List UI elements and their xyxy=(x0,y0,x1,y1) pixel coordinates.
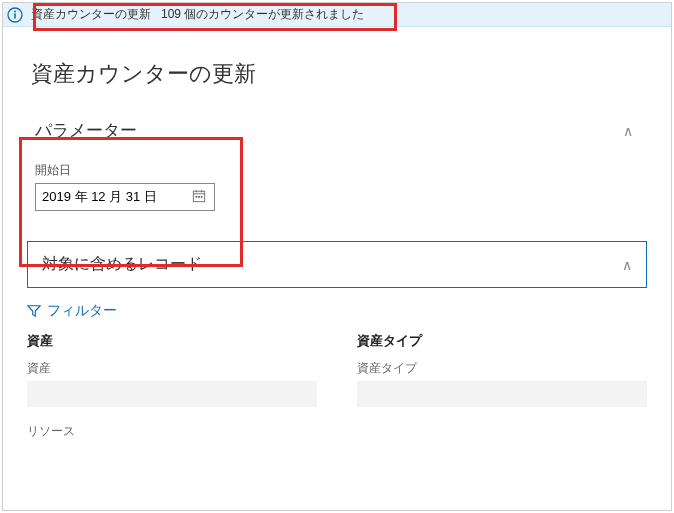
parameters-section: パラメーター ∧ 開始日 xyxy=(19,109,655,225)
notification-title: 資産カウンターの更新 xyxy=(31,6,151,23)
start-date-input[interactable] xyxy=(35,183,215,211)
svg-rect-2 xyxy=(14,13,16,18)
asset-input[interactable] xyxy=(27,381,317,407)
start-date-label: 開始日 xyxy=(35,162,641,179)
asset-column-header: 資産 xyxy=(27,332,317,350)
svg-rect-8 xyxy=(198,196,200,198)
asset-type-input[interactable] xyxy=(357,381,647,407)
svg-rect-7 xyxy=(196,196,198,198)
asset-type-column-header: 資産タイプ xyxy=(357,332,647,350)
calendar-icon[interactable] xyxy=(192,189,208,205)
asset-type-field-label: 資産タイプ xyxy=(357,360,647,377)
notification-bar: 資産カウンターの更新 109 個のカウンターが更新されました xyxy=(3,3,671,27)
filter-link[interactable]: フィルター xyxy=(27,302,671,320)
svg-rect-9 xyxy=(201,196,203,198)
chevron-up-icon[interactable]: ∧ xyxy=(622,257,632,273)
filter-icon xyxy=(27,304,41,318)
start-date-field[interactable] xyxy=(42,190,192,205)
filter-label: フィルター xyxy=(47,302,117,320)
records-section[interactable]: 対象に含めるレコード ∧ xyxy=(27,241,647,288)
columns-grid: 資産 資産 リソース 資産タイプ 資産タイプ xyxy=(27,332,647,444)
page-title: 資産カウンターの更新 xyxy=(3,27,671,109)
notification-message: 109 個のカウンターが更新されました xyxy=(161,6,364,23)
records-header: 対象に含めるレコード xyxy=(42,254,202,275)
svg-point-1 xyxy=(14,10,16,12)
asset-field-label: 資産 xyxy=(27,360,317,377)
info-icon xyxy=(7,7,23,23)
parameters-header: パラメーター xyxy=(35,119,137,142)
chevron-up-icon[interactable]: ∧ xyxy=(623,123,633,139)
resource-field-label: リソース xyxy=(27,423,317,440)
